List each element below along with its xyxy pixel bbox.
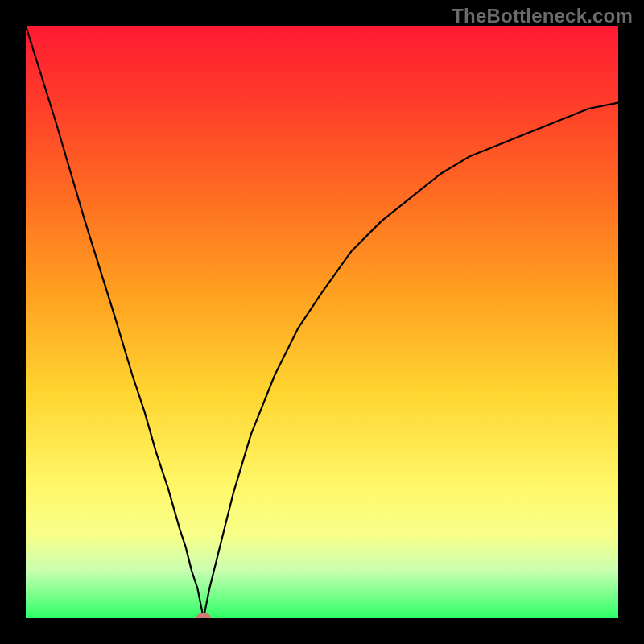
watermark-text: TheBottleneck.com bbox=[452, 5, 633, 27]
bottleneck-curve bbox=[26, 26, 618, 618]
chart-frame: TheBottleneck.com bbox=[0, 0, 644, 644]
minimum-marker bbox=[196, 613, 211, 618]
plot-area bbox=[26, 26, 618, 618]
chart-svg bbox=[26, 26, 618, 618]
